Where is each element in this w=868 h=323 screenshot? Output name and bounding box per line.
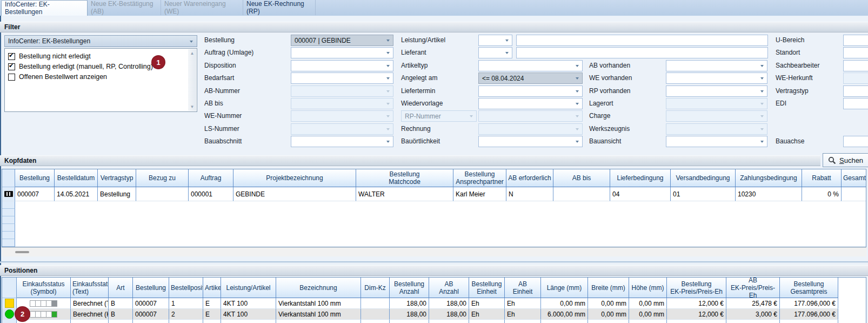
field-we-nummer[interactable] bbox=[291, 110, 393, 122]
checkbox[interactable] bbox=[8, 63, 15, 70]
checkbox[interactable] bbox=[8, 74, 15, 81]
chevron-down-icon[interactable] bbox=[573, 74, 582, 83]
chevron-down-icon[interactable] bbox=[573, 137, 582, 146]
search-button[interactable]: Suchen bbox=[823, 153, 868, 167]
column-header-einkaufsstatus-symbol[interactable]: Einkaufsstatus (Symbol) bbox=[17, 278, 71, 298]
column-header-ab-bis[interactable]: AB bis bbox=[553, 169, 610, 187]
chevron-down-icon[interactable] bbox=[467, 111, 476, 121]
field-lieferant-code[interactable] bbox=[478, 47, 512, 58]
field-edi[interactable] bbox=[843, 98, 868, 109]
column-header-dim-kz[interactable]: Dim-Kz bbox=[361, 278, 390, 298]
field-liefertermin[interactable] bbox=[478, 85, 583, 97]
kopfdaten-horizontal-scrollbar[interactable] bbox=[2, 247, 866, 256]
column-header-projektbezeichnung[interactable]: Projektbezeichnung bbox=[233, 169, 356, 187]
field-ab-vorhanden[interactable] bbox=[666, 60, 767, 71]
field-charge[interactable] bbox=[666, 110, 767, 122]
chevron-down-icon[interactable] bbox=[384, 87, 392, 96]
row-header-cell[interactable] bbox=[2, 216, 15, 224]
column-header-bestellung-einheit[interactable]: Bestellung Einheit bbox=[469, 278, 505, 298]
field-bauortlichkeit[interactable] bbox=[478, 136, 583, 147]
table-row[interactable]: Berechnet (TB0000071E4KT 100Vierkantstah… bbox=[2, 298, 838, 309]
chevron-down-icon[interactable] bbox=[573, 99, 582, 108]
chevron-down-icon[interactable] bbox=[384, 124, 392, 134]
chevron-down-icon[interactable] bbox=[573, 124, 582, 134]
field-disposition[interactable] bbox=[291, 60, 393, 71]
column-header-bestelldatum[interactable]: Bestelldatum bbox=[55, 169, 98, 187]
column-header-art[interactable]: Art bbox=[109, 278, 133, 298]
chevron-down-icon[interactable] bbox=[758, 87, 766, 96]
row-header-cell[interactable] bbox=[2, 298, 17, 309]
column-header-leistung-artikel[interactable]: Leistung/Artikel bbox=[221, 278, 276, 298]
tab-neue-ek-bestaetigung[interactable]: Neue EK-Bestätigung (AB) bbox=[88, 0, 161, 15]
column-header-bezug-zu[interactable]: Bezug zu bbox=[136, 169, 189, 187]
field-bauabschnitt[interactable] bbox=[291, 136, 393, 147]
scrollbar-thumb[interactable] bbox=[15, 251, 29, 253]
column-header-auftrag[interactable]: Auftrag bbox=[189, 169, 233, 187]
chevron-down-icon[interactable] bbox=[384, 111, 392, 121]
column-header-bestellung[interactable]: Bestellung bbox=[133, 278, 169, 298]
chevron-down-icon[interactable] bbox=[758, 61, 766, 70]
field-we-vorhanden[interactable] bbox=[666, 72, 767, 84]
row-header-cell[interactable] bbox=[2, 239, 15, 247]
row-header-cell[interactable] bbox=[2, 309, 17, 320]
column-header-bestellung[interactable]: Bestellung bbox=[15, 169, 55, 187]
field-leistung-artikel-text[interactable] bbox=[516, 35, 768, 46]
column-header-lieferbedingung[interactable]: Lieferbedingung bbox=[610, 169, 671, 187]
chevron-down-icon[interactable] bbox=[384, 99, 392, 108]
chevron-down-icon[interactable] bbox=[758, 74, 766, 83]
field-lagerort[interactable] bbox=[666, 98, 767, 109]
column-header-breite-mm[interactable]: Breite (mm) bbox=[588, 278, 629, 298]
column-header-rabatt[interactable]: Rabatt bbox=[802, 169, 842, 187]
column-header-vertragstyp[interactable]: Vertragstyp bbox=[98, 169, 136, 187]
field-bauansicht[interactable] bbox=[666, 136, 767, 147]
column-header-bestellung-ansprechpartner[interactable]: Bestellung Ansprechpartner bbox=[453, 169, 506, 187]
chevron-down-icon[interactable] bbox=[758, 137, 766, 146]
scroll-up-icon[interactable]: ▲ bbox=[188, 49, 196, 57]
field-ab-nummer[interactable] bbox=[291, 85, 393, 97]
row-header-cell[interactable] bbox=[2, 232, 15, 239]
chevron-down-icon[interactable] bbox=[573, 87, 582, 96]
tab-infocenter-ek-bestellungen[interactable]: InfoCenter: EK-Bestellungen bbox=[1, 0, 88, 16]
row-header-cell[interactable] bbox=[2, 209, 15, 216]
row-header-cell[interactable] bbox=[2, 201, 15, 209]
chevron-down-icon[interactable] bbox=[758, 124, 766, 134]
field-auftrag-umlage[interactable] bbox=[291, 47, 393, 58]
filter-preset-combobox[interactable]: InfoCenter: EK-Bestellungen bbox=[4, 35, 197, 47]
field-angelegt-am[interactable]: <= 08.04.2024 bbox=[478, 72, 583, 84]
filter-option-offenen-bestellwert-anzeigen[interactable]: Offenen Bestellwert anzeigen bbox=[8, 72, 107, 82]
field-ls-nummer[interactable] bbox=[291, 123, 393, 135]
column-header-ab-anzahl[interactable]: AB Anzahl bbox=[429, 278, 469, 298]
chevron-down-icon[interactable] bbox=[384, 61, 392, 70]
chevron-down-icon[interactable] bbox=[503, 48, 511, 57]
chevron-down-icon[interactable] bbox=[384, 137, 392, 146]
chevron-down-icon[interactable] bbox=[187, 37, 196, 45]
filter-listbox[interactable]: Bestellung nicht erledigtBestellung erle… bbox=[4, 48, 197, 112]
column-header-ab-einheit[interactable]: AB Einheit bbox=[505, 278, 541, 298]
field-werkszeugnis[interactable] bbox=[666, 123, 767, 135]
field-u-bereich[interactable] bbox=[843, 35, 868, 46]
column-header-artike[interactable]: Artike bbox=[203, 278, 221, 298]
chevron-down-icon[interactable] bbox=[573, 111, 582, 121]
field-wiedervorlage[interactable] bbox=[478, 98, 583, 109]
field-ab-bis[interactable] bbox=[291, 98, 393, 109]
field-rp-vorhanden[interactable] bbox=[666, 85, 767, 97]
column-header-bezeichnung[interactable]: Bezeichnung bbox=[276, 278, 361, 298]
field-sachbearbeiter[interactable] bbox=[843, 60, 868, 71]
chevron-down-icon[interactable] bbox=[384, 36, 392, 45]
column-header-bestellung-gesamtpreis[interactable]: Bestellung Gesamtpreis bbox=[780, 278, 838, 298]
field-we-herkunft[interactable] bbox=[843, 72, 868, 84]
chevron-down-icon[interactable] bbox=[573, 61, 582, 70]
chevron-down-icon[interactable] bbox=[384, 74, 392, 83]
column-header-zahlungsbedingung[interactable]: Zahlungsbedingung bbox=[736, 169, 802, 187]
column-header-bestellung-ek-preis-preis-eh[interactable]: Bestellung EK-Preis/Preis-Eh bbox=[667, 278, 726, 298]
column-header-einkaufsstatus-text[interactable]: Einkaufsstatus (Text) bbox=[71, 278, 109, 298]
table-row[interactable]: 00000714.05.2021Bestellung000001GEBINDEW… bbox=[2, 187, 866, 201]
field-vertragstyp[interactable] bbox=[843, 85, 868, 97]
column-header-versandbedingung[interactable]: Versandbedingung bbox=[671, 169, 736, 187]
field-bauachse[interactable] bbox=[843, 136, 868, 147]
field-standort[interactable] bbox=[843, 47, 868, 58]
field-leistung-artikel-code[interactable] bbox=[478, 35, 512, 46]
column-header-bestellung-anzahl[interactable]: Bestellung Anzahl bbox=[390, 278, 429, 298]
chevron-down-icon[interactable] bbox=[503, 36, 511, 45]
row-header-cell[interactable] bbox=[2, 224, 15, 232]
